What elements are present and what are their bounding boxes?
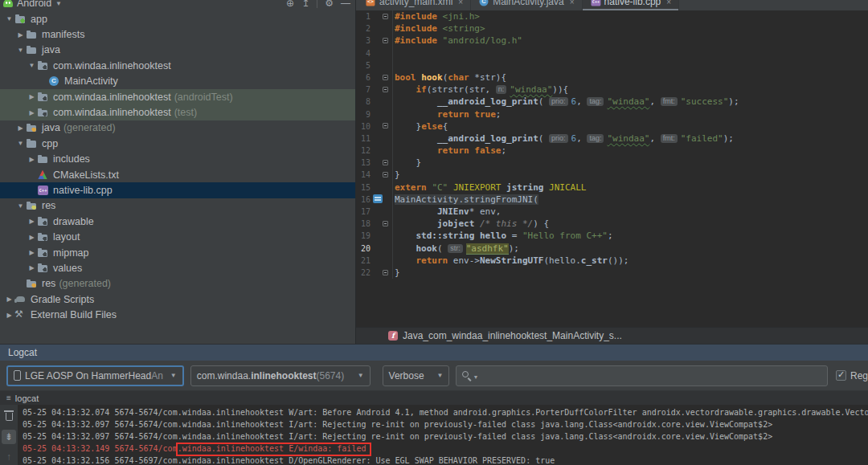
scroll-to-end-button[interactable]: ⇟ (2, 430, 16, 444)
gutter (371, 230, 393, 242)
token: "windaa" (607, 96, 649, 107)
chevron-down-icon: ▼ (432, 372, 444, 379)
regex-checkbox[interactable] (836, 370, 846, 381)
tree-item-mipmap[interactable]: ▶mipmap (0, 245, 355, 260)
tree-item-values[interactable]: ▶values (0, 260, 355, 275)
scroll-up-button[interactable]: ↑ (2, 450, 16, 464)
gutter (371, 157, 393, 169)
gutter (371, 47, 393, 59)
tree-item-mainactivity[interactable]: MainActivity (0, 74, 355, 89)
enclosing-function-label: Java_com_windaa_inlinehooktest_MainActiv… (403, 330, 622, 341)
tree-item-gradle-scripts[interactable]: ▶Gradle Scripts (0, 292, 355, 307)
tree-arrow-icon[interactable]: ▶ (27, 109, 37, 116)
tree-arrow-icon[interactable]: ▶ (27, 218, 37, 225)
code-text: extern "C" JNIEXPORT jstring JNICALL (393, 182, 586, 194)
logcat-panel-title[interactable]: Logcat (0, 344, 868, 361)
device-selector[interactable]: LGE AOSP On HammerHead An ▼ (6, 365, 184, 386)
tree-arrow-icon[interactable]: ▶ (27, 156, 37, 163)
tree-arrow-icon[interactable]: ▶ (27, 264, 37, 271)
tree-arrow-icon[interactable]: ▶ (4, 312, 14, 319)
jni-link-icon[interactable] (373, 194, 383, 203)
tree-item-layout[interactable]: ▶layout (0, 229, 355, 244)
collapse-all-icon[interactable]: ↥ (301, 0, 309, 9)
close-tab-icon[interactable]: × (458, 0, 463, 6)
logcat-search-box[interactable]: ▼ (456, 365, 828, 386)
close-tab-icon[interactable]: × (666, 0, 671, 6)
editor-tab-activity-main-xml[interactable]: activity_main.xml× (358, 0, 471, 10)
tree-arrow-icon[interactable]: ▶ (4, 296, 14, 303)
locate-icon[interactable]: ⊕ (286, 0, 294, 9)
tree-arrow-icon[interactable]: ▶ (27, 93, 37, 100)
tree-arrow-icon[interactable]: ▶ (27, 234, 37, 241)
hide-panel-icon[interactable]: — (341, 0, 350, 9)
tree-item-label: drawable (53, 216, 94, 227)
code-editor[interactable]: 1#include <jni.h>2#include <string>3#inc… (356, 10, 868, 327)
log-line: 05-25 04:13:32.097 5674-5674/com.windaa.… (23, 430, 868, 443)
tree-item-com-windaa-inlinehooktest[interactable]: ▼com.windaa.inlinehooktest (0, 58, 355, 73)
fold-marker-icon[interactable] (383, 38, 388, 43)
fold-marker-icon[interactable] (383, 270, 388, 275)
tree-item-label: layout (53, 231, 80, 243)
token: ( (538, 96, 549, 107)
token (395, 96, 437, 107)
editor-tab-native-lib-cpp[interactable]: native-lib.cpp× (583, 0, 680, 10)
fold-marker-icon[interactable] (383, 87, 388, 92)
gutter (371, 243, 393, 255)
folder-res-icon (26, 200, 38, 211)
tree-item-java[interactable]: ▼java (0, 43, 355, 58)
tree-arrow-icon[interactable]: ▶ (15, 31, 26, 39)
code-line: 8 __android_log_print( prio:6, tag:"wind… (356, 96, 868, 108)
token: ); (728, 96, 739, 107)
tree-arrow-icon[interactable]: ▼ (27, 62, 37, 69)
tree-arrow-icon[interactable]: ▼ (15, 47, 26, 54)
tree-arrow-icon[interactable]: ▼ (4, 15, 14, 22)
tree-arrow-icon[interactable]: ▶ (15, 124, 26, 132)
tree-arrow-icon[interactable]: ▼ (15, 140, 26, 147)
tree-arrow-icon[interactable]: ▼ (15, 202, 26, 210)
search-options-chevron-icon[interactable]: ▼ (473, 374, 478, 380)
regex-label: Reg (850, 370, 868, 381)
fold-marker-icon[interactable] (383, 221, 388, 226)
token (437, 35, 443, 46)
tree-item-native-lib-cpp[interactable]: native-lib.cpp (0, 182, 355, 198)
tree-item-app[interactable]: ▼app (0, 11, 355, 27)
code-line: 20 hook( str:"asdhfk"); (356, 243, 868, 255)
fold-marker-icon[interactable] (383, 160, 388, 165)
tree-item-manifests[interactable]: ▶manifests (0, 27, 355, 42)
editor-tab-mainactivity-java[interactable]: MainActivity.java× (471, 0, 582, 10)
fold-marker-icon[interactable] (383, 75, 388, 80)
project-view-selector[interactable]: Android (17, 0, 51, 9)
search-input[interactable] (478, 370, 822, 381)
settings-gear-icon[interactable]: ⚙ (325, 0, 334, 9)
close-tab-icon[interactable]: × (570, 0, 575, 6)
cmake-icon (37, 169, 49, 181)
tree-item-com-windaa-inlinehooktest[interactable]: ▶com.windaa.inlinehooktest (test) (0, 104, 355, 120)
log-level-selector[interactable]: Verbose ▼ (383, 365, 450, 386)
token (448, 182, 453, 193)
fold-marker-icon[interactable] (383, 123, 388, 128)
code-text: hook( str:"asdhfk"); (393, 243, 519, 255)
tree-item-res[interactable]: ▼res (0, 198, 355, 214)
tree-item-includes[interactable]: ▶includes (0, 152, 355, 167)
fold-marker-icon[interactable] (383, 172, 388, 177)
chevron-down-icon[interactable]: ▼ (55, 0, 62, 7)
tree-arrow-icon[interactable]: ▶ (27, 249, 37, 256)
tree-item-drawable[interactable]: ▶drawable (0, 214, 355, 229)
tree-item-external-build-files[interactable]: ▶External Build Files (0, 307, 355, 322)
tree-item-cpp[interactable]: ▼cpp (0, 136, 355, 151)
code-line: 3#include "android/log.h" (356, 35, 868, 47)
token: if (416, 84, 427, 95)
tree-item-com-windaa-inlinehooktest[interactable]: ▶com.windaa.inlinehooktest (androidTest) (0, 89, 355, 104)
clear-logcat-button[interactable] (2, 410, 16, 424)
token (395, 255, 416, 266)
tree-item-cmakelists-txt[interactable]: CMakeLists.txt (0, 167, 355, 182)
tree-item-java[interactable]: ▶java (generated) (0, 120, 355, 136)
logcat-content-tab[interactable]: ≡ logcat (0, 391, 868, 405)
code-text: MainActivity.stringFromJNI( (393, 194, 538, 206)
gutter (371, 120, 393, 133)
tree-item-res[interactable]: res (generated) (0, 276, 355, 292)
tree-item-suffix: (generated) (63, 122, 116, 133)
fold-marker-icon[interactable] (383, 14, 388, 19)
tree-item-suffix: (test) (174, 107, 197, 118)
process-selector[interactable]: com.windaa.inlinehooktest (5674) ▼ (190, 365, 371, 386)
